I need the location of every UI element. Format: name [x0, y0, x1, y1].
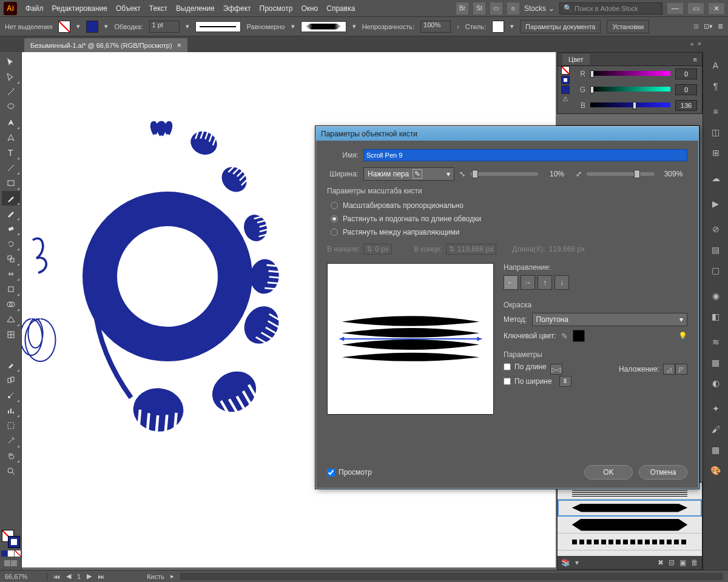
width-mode-select[interactable]: Нажим пера✎▾	[363, 167, 454, 181]
arrange-icon[interactable]: ▭	[490, 2, 502, 15]
width-max-value[interactable]: 309%	[659, 170, 687, 178]
direction-up-button[interactable]: ↑	[538, 275, 552, 290]
g-slider[interactable]	[590, 87, 670, 93]
stock-icon[interactable]: St	[473, 2, 485, 15]
ok-button[interactable]: OK	[584, 465, 633, 480]
character-panel-icon[interactable]: A	[706, 56, 726, 75]
width-max-slider[interactable]	[587, 172, 655, 176]
width-min-value[interactable]: 10%	[543, 170, 571, 178]
brush-item-selected[interactable]	[558, 500, 702, 517]
brush-definition[interactable]	[301, 21, 346, 32]
menu-object[interactable]: Объект	[116, 4, 141, 13]
transform-panel-icon[interactable]: ⊞	[706, 143, 726, 162]
menu-select[interactable]: Выделение	[176, 4, 215, 13]
symbols-panel-icon[interactable]: ✦	[706, 399, 726, 418]
blend-tool[interactable]	[2, 373, 20, 387]
gradient-panel-icon[interactable]: ▦	[706, 353, 726, 372]
brush-options-icon[interactable]: ⊟	[669, 558, 675, 567]
rectangle-tool[interactable]	[2, 176, 20, 190]
stroke-indicator[interactable]	[8, 536, 20, 548]
menu-view[interactable]: Просмотр	[260, 4, 293, 13]
r-value[interactable]: 0	[675, 69, 697, 79]
stocks-dropdown[interactable]: Stocks ⌄	[524, 4, 554, 13]
libraries-menu-icon[interactable]: ▾	[575, 558, 579, 567]
color-panel-tab[interactable]: Цвет≡	[558, 53, 702, 66]
document-params-button[interactable]: Параметры документа	[520, 20, 601, 33]
document-tab[interactable]: Безымянный-1.ai* @ 66,67% (RGB/Просмотр)…	[24, 38, 187, 52]
scale-stretch-radio[interactable]: Растянуть и подогнать по длине обводки	[331, 212, 687, 226]
gpu-icon[interactable]: ⎋	[507, 2, 519, 15]
brush-item[interactable]	[558, 517, 702, 534]
panel-menu-icon[interactable]: ≣	[718, 22, 723, 30]
perspective-tool[interactable]	[2, 312, 20, 327]
opacity-input[interactable]: 100%	[420, 21, 451, 33]
mesh-tool[interactable]	[2, 327, 20, 342]
zoom-tool[interactable]	[2, 464, 20, 478]
free-transform-tool[interactable]	[2, 282, 20, 296]
r-slider[interactable]	[590, 71, 670, 77]
scale-proportional-radio[interactable]: Масштабировать пропорционально	[331, 199, 687, 212]
layers-panel-icon[interactable]: ▤	[706, 240, 726, 259]
collapse-left-icon[interactable]: «	[690, 40, 693, 47]
flip-width-checkbox[interactable]: По ширине ⧗	[504, 376, 687, 387]
column-graph-tool[interactable]	[2, 403, 20, 418]
magic-wand-tool[interactable]	[2, 85, 20, 99]
zoom-level[interactable]: 66,67%	[5, 573, 47, 580]
align-panel-icon[interactable]: ≡	[706, 102, 726, 121]
eraser-tool[interactable]	[2, 221, 20, 236]
eyedropper-icon[interactable]: ✎	[561, 332, 568, 341]
slice-tool[interactable]	[2, 433, 20, 448]
menu-help[interactable]: Справка	[326, 4, 355, 13]
direction-right-button[interactable]: →	[521, 275, 535, 290]
hand-tool[interactable]	[2, 449, 20, 463]
delete-brush-icon[interactable]: 🗑	[691, 558, 698, 567]
fill-mini[interactable]	[561, 66, 570, 75]
panel-menu-icon[interactable]: ≡	[693, 56, 697, 63]
flip-length-checkbox[interactable]: По длине	[504, 363, 547, 371]
artboards-panel-icon[interactable]: ▢	[706, 261, 726, 280]
overlap-option-2[interactable]: ◸	[675, 364, 687, 375]
nav-last-icon[interactable]: ⏭	[98, 573, 104, 580]
brushes-panel-icon[interactable]: 🖌	[706, 420, 726, 439]
stroke-mini[interactable]	[561, 76, 570, 84]
window-close-icon[interactable]: ✕	[709, 3, 724, 14]
preferences-button[interactable]: Установки	[607, 20, 649, 33]
gradient-tool[interactable]	[2, 343, 20, 357]
width-tool[interactable]	[2, 267, 20, 281]
paragraph-panel-icon[interactable]: ¶	[706, 76, 726, 96]
width-min-slider[interactable]	[470, 172, 538, 176]
shape-builder-tool[interactable]	[2, 297, 20, 312]
libraries-panel-icon[interactable]: ☁	[706, 169, 726, 188]
overlap-option-1[interactable]: ◿	[663, 364, 675, 375]
brush-item[interactable]	[558, 534, 702, 550]
panel-close-icon[interactable]: ×	[698, 40, 701, 47]
close-tab-icon[interactable]: ×	[177, 41, 182, 50]
menu-window[interactable]: Окно	[301, 4, 318, 13]
stroke-swatch[interactable]	[86, 21, 98, 33]
eyedropper-tool[interactable]	[2, 358, 20, 372]
selection-tool[interactable]	[2, 55, 20, 69]
nav-prev-icon[interactable]: ◀	[66, 572, 71, 580]
g-value[interactable]: 0	[675, 84, 697, 95]
b-slider[interactable]	[590, 102, 670, 109]
stroke-panel-icon[interactable]: ≋	[706, 332, 726, 352]
line-tool[interactable]	[2, 161, 20, 175]
color-mode-toggles[interactable]	[1, 550, 21, 557]
appearance-panel-icon[interactable]: ◉	[706, 286, 726, 306]
menu-edit[interactable]: Редактирование	[52, 4, 107, 13]
menu-text[interactable]: Текст	[149, 4, 167, 13]
brush-list[interactable]	[558, 483, 702, 556]
tips-icon[interactable]: 💡	[678, 332, 687, 340]
search-stock-input[interactable]: 🔍Поиск в Adobe Stock	[559, 2, 662, 15]
transform-icon[interactable]: ⊡▾	[704, 22, 713, 30]
stroke-profile[interactable]	[195, 21, 241, 32]
actions-panel-icon[interactable]: ▶	[706, 194, 726, 213]
scale-guides-radio[interactable]: Растянуть между направляющими	[331, 226, 687, 239]
links-panel-icon[interactable]: ⊘	[706, 219, 726, 239]
window-restore-icon[interactable]: ▭	[688, 3, 704, 14]
artboard-tool[interactable]	[2, 418, 20, 433]
brush-libraries-icon[interactable]: 📚	[561, 558, 570, 567]
preview-checkbox[interactable]: Просмотр	[327, 468, 372, 477]
b-value[interactable]: 136	[675, 100, 697, 111]
nav-next-icon[interactable]: ▶	[87, 572, 92, 580]
